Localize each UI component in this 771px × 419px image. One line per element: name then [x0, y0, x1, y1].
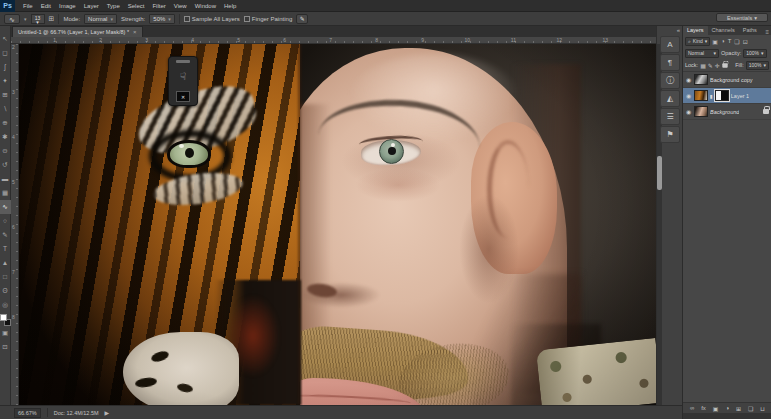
- preset-dropdown-arrow[interactable]: ▾: [24, 16, 27, 22]
- filter-type-icon[interactable]: T: [728, 38, 732, 45]
- paragraph-panel-icon[interactable]: ¶: [660, 54, 680, 71]
- lock-paint-icon[interactable]: ✎: [708, 62, 713, 69]
- tab-layers[interactable]: Layers: [683, 25, 708, 35]
- add-mask-icon[interactable]: ▣: [713, 405, 719, 412]
- filter-shape-icon[interactable]: ❏: [734, 38, 739, 45]
- menu-item-select[interactable]: Select: [124, 0, 149, 12]
- sample-all-layers-checkbox[interactable]: Sample All Layers: [184, 16, 240, 22]
- rectangular-marquee-tool[interactable]: ◻: [0, 46, 11, 60]
- layer-name[interactable]: Background copy: [710, 77, 753, 83]
- close-icon[interactable]: ×: [133, 29, 137, 35]
- menu-item-window[interactable]: Window: [191, 0, 220, 12]
- status-options-arrow[interactable]: ▶: [105, 409, 110, 416]
- menu-item-edit[interactable]: Edit: [37, 0, 55, 12]
- hruler-number-2: 2: [57, 37, 103, 43]
- filter-pixel-icon[interactable]: ▣: [712, 38, 718, 45]
- menu-item-help[interactable]: Help: [220, 0, 240, 12]
- screen-mode-button[interactable]: ⊡: [0, 340, 11, 354]
- scrollbar-thumb[interactable]: [657, 156, 662, 190]
- filter-kind-select[interactable]: ⌕ Kind ▾: [685, 37, 710, 46]
- panel-edge: [683, 413, 771, 419]
- menu-item-filter[interactable]: Filter: [148, 0, 169, 12]
- brush-preview-hud[interactable]: ☟ ✕: [168, 56, 198, 106]
- brush-panel-toggle-icon[interactable]: ⊞: [49, 15, 55, 23]
- zoom-level-field[interactable]: 66.67%: [14, 408, 41, 418]
- workspace-switcher[interactable]: Essentials ▾: [716, 13, 768, 22]
- layer-thumbnail[interactable]: [694, 90, 708, 101]
- histogram-panel-icon[interactable]: ◭: [660, 90, 680, 107]
- delete-layer-icon[interactable]: ⊔: [760, 405, 765, 412]
- strength-input[interactable]: 50% ▾: [149, 14, 175, 24]
- layer-group-icon[interactable]: ⊞: [736, 405, 741, 412]
- fill-input[interactable]: 100% ▾: [746, 61, 769, 70]
- toggle-brush-panel-button[interactable]: ✎: [296, 14, 308, 24]
- tab-paths[interactable]: Paths: [739, 25, 761, 35]
- shape-tool[interactable]: □: [0, 270, 11, 284]
- crop-tool[interactable]: ⊞: [0, 88, 11, 102]
- lock-move-icon[interactable]: ✛: [715, 62, 720, 69]
- document-tab[interactable]: Untitled-1 @ 66.7% (Layer 1, Layer Mask/…: [12, 26, 143, 37]
- color-swatches[interactable]: [0, 314, 11, 326]
- foreground-color-swatch[interactable]: [0, 314, 7, 321]
- character-panel-icon[interactable]: A: [660, 36, 680, 53]
- layer-style-icon[interactable]: fx: [701, 405, 706, 411]
- visibility-eye-icon[interactable]: ◉: [685, 76, 692, 83]
- eraser-tool[interactable]: ▬: [0, 172, 11, 186]
- visibility-eye-icon[interactable]: ◉: [685, 108, 692, 115]
- layer-thumbnail[interactable]: [694, 74, 708, 85]
- layer-row-background[interactable]: ◉ Background: [683, 104, 771, 120]
- properties-panel-icon[interactable]: ⚑: [660, 126, 680, 143]
- type-tool[interactable]: T: [0, 242, 11, 256]
- brush-tool[interactable]: ✱: [0, 130, 11, 144]
- gradient-tool[interactable]: ▦: [0, 186, 11, 200]
- layer-name[interactable]: Layer 1: [731, 93, 749, 99]
- fill-value: 100%: [749, 62, 762, 68]
- brush-size-picker[interactable]: 13 ▾: [31, 14, 45, 24]
- healing-brush-tool[interactable]: ⊕: [0, 116, 11, 130]
- adjustment-layer-icon[interactable]: ◑: [725, 405, 729, 411]
- tab-channels[interactable]: Channels: [708, 25, 739, 35]
- opacity-input[interactable]: 100% ▾: [743, 49, 766, 58]
- finger-painting-checkbox[interactable]: Finger Painting: [244, 16, 292, 22]
- filter-smart-icon[interactable]: ⊡: [743, 38, 748, 45]
- menu-item-image[interactable]: Image: [55, 0, 80, 12]
- collapse-dock-icon[interactable]: «: [677, 27, 680, 33]
- blend-mode-select[interactable]: Normal ▾: [685, 49, 719, 58]
- layer-thumbnail[interactable]: [694, 106, 708, 117]
- eyedropper-tool[interactable]: ∖: [0, 102, 11, 116]
- layer-row-layer-1[interactable]: ◉ ▮ Layer 1: [683, 88, 771, 104]
- quick-mask-button[interactable]: ▣: [0, 326, 11, 340]
- mask-link-icon[interactable]: ▮: [710, 93, 713, 99]
- filter-adjustment-icon[interactable]: ◑: [721, 38, 725, 45]
- zoom-tool[interactable]: ◎: [0, 298, 11, 312]
- panel-menu-icon[interactable]: ≡: [765, 29, 771, 35]
- history-panel-icon[interactable]: ☰: [660, 108, 680, 125]
- move-tool[interactable]: ↖: [0, 32, 11, 46]
- path-selection-tool[interactable]: ▲: [0, 256, 11, 270]
- menu-item-view[interactable]: View: [170, 0, 191, 12]
- dodge-tool[interactable]: ○: [0, 214, 11, 228]
- info-panel-icon[interactable]: ⓘ: [660, 72, 680, 89]
- layer-mask-thumbnail[interactable]: [715, 90, 729, 101]
- link-layers-icon[interactable]: ∞: [690, 405, 694, 411]
- quick-selection-tool[interactable]: ✦: [0, 74, 11, 88]
- smudge-tool[interactable]: ∿: [0, 200, 11, 214]
- new-layer-icon[interactable]: ❏: [748, 405, 753, 412]
- mode-select[interactable]: Normal ▾: [84, 14, 117, 24]
- pen-tool[interactable]: ✎: [0, 228, 11, 242]
- lasso-tool[interactable]: ʃ: [0, 60, 11, 74]
- smudge-tool-preset[interactable]: ∿: [4, 14, 20, 24]
- visibility-eye-icon[interactable]: ◉: [685, 92, 692, 99]
- layer-name[interactable]: Background: [710, 109, 739, 115]
- menu-item-file[interactable]: File: [19, 0, 37, 12]
- history-brush-tool[interactable]: ↺: [0, 158, 11, 172]
- document-tab-bar: Untitled-1 @ 66.7% (Layer 1, Layer Mask/…: [11, 26, 682, 37]
- hand-tool[interactable]: ʘ: [0, 284, 11, 298]
- menu-item-type[interactable]: Type: [103, 0, 124, 12]
- lock-transparency-icon[interactable]: ▦: [700, 62, 706, 69]
- menu-item-layer[interactable]: Layer: [80, 0, 103, 12]
- canvas-image[interactable]: ☟ ✕: [19, 44, 656, 405]
- layer-row-background-copy[interactable]: ◉ Background copy: [683, 72, 771, 88]
- lock-all-icon[interactable]: [722, 63, 727, 68]
- clone-stamp-tool[interactable]: ⊙: [0, 144, 11, 158]
